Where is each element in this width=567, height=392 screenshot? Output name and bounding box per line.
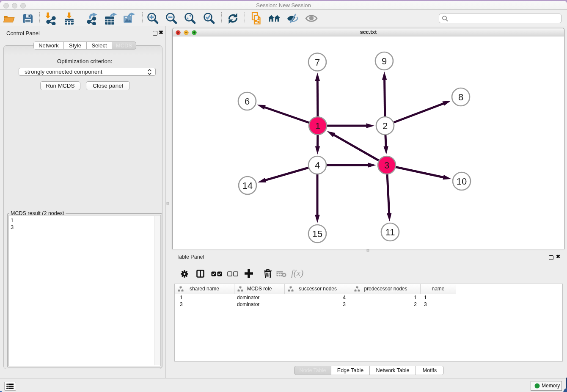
svg-text:1: 1 [315, 121, 320, 131]
svg-text:10: 10 [457, 176, 467, 187]
svg-text:4: 4 [315, 160, 320, 171]
svg-text:2: 2 [383, 121, 388, 131]
svg-text:14: 14 [242, 180, 253, 191]
svg-text:6: 6 [245, 96, 250, 107]
svg-text:11: 11 [385, 227, 395, 237]
svg-text:15: 15 [312, 229, 322, 239]
svg-text:3: 3 [384, 160, 389, 171]
svg-text:7: 7 [315, 57, 320, 68]
svg-text:8: 8 [458, 92, 463, 102]
svg-text:9: 9 [382, 56, 387, 66]
